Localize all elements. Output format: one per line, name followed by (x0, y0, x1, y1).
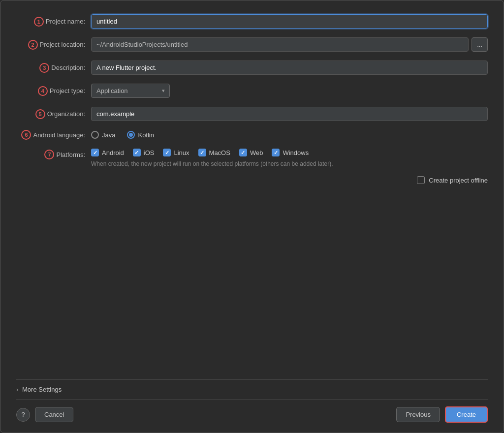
platform-ios-label: iOS (144, 149, 155, 156)
platform-ios[interactable]: iOS (133, 149, 155, 156)
platform-android[interactable]: Android (91, 149, 124, 156)
project-location-label-group: 2 Project location: (16, 40, 85, 50)
project-name-label-group: 1 Project name: (16, 17, 85, 27)
project-name-label: Project name: (46, 18, 85, 25)
step-badge-1: 1 (34, 17, 44, 27)
project-type-dropdown-wrapper: Application Plugin Package Module ▾ (91, 84, 170, 98)
radio-java[interactable]: Java (91, 131, 115, 139)
location-wrapper: ... (91, 37, 488, 52)
checkbox-ios (133, 149, 141, 156)
checkbox-windows (272, 149, 280, 156)
form-section: 1 Project name: 2 Project location: ... … (16, 14, 488, 282)
platform-macos-label: MacOS (209, 149, 230, 156)
platform-android-label: Android (102, 149, 124, 156)
project-name-input[interactable] (91, 14, 488, 29)
platform-web[interactable]: Web (239, 149, 263, 156)
android-language-radio-group: Java Kotlin (91, 131, 488, 139)
create-button[interactable]: Create (445, 406, 488, 423)
platform-linux[interactable]: Linux (163, 149, 189, 156)
platform-web-label: Web (250, 149, 263, 156)
step-badge-3: 3 (39, 63, 49, 73)
radio-kotlin[interactable]: Kotlin (127, 131, 154, 139)
footer-left: ? Cancel (16, 407, 73, 422)
step-badge-4: 4 (38, 86, 48, 96)
description-label: Description: (51, 64, 85, 71)
platform-macos[interactable]: MacOS (198, 149, 230, 156)
checkbox-android (91, 149, 99, 156)
description-input[interactable] (91, 61, 488, 75)
project-name-row: 1 Project name: (16, 14, 488, 29)
android-language-label-group: 6 Android language: (16, 130, 85, 140)
project-location-row: 2 Project location: ... (16, 37, 488, 52)
cancel-button[interactable]: Cancel (35, 407, 73, 422)
step-badge-5: 5 (35, 109, 45, 119)
new-project-dialog: 1 Project name: 2 Project location: ... … (0, 0, 504, 433)
platforms-label: Platforms: (56, 151, 85, 158)
project-type-select[interactable]: Application Plugin Package Module (91, 84, 170, 98)
radio-kotlin-label: Kotlin (138, 131, 154, 139)
more-settings-label: More Settings (22, 386, 62, 393)
radio-java-label: Java (102, 131, 115, 139)
platform-windows-label: Windows (283, 149, 309, 156)
step-badge-2: 2 (28, 40, 38, 50)
android-language-row: 6 Android language: Java Kotlin (16, 130, 488, 140)
offline-row: Create project offline (16, 176, 488, 184)
project-type-row: 4 Project type: Application Plugin Packa… (16, 84, 488, 98)
platform-windows[interactable]: Windows (272, 149, 309, 156)
more-settings-row[interactable]: › More Settings (16, 379, 488, 399)
description-label-group: 3 Description: (16, 63, 85, 73)
platforms-row: 7 Platforms: Android iOS Linux (16, 149, 488, 167)
project-type-label-group: 4 Project type: (16, 86, 85, 96)
platform-linux-label: Linux (174, 149, 189, 156)
dialog-footer: ? Cancel Previous Create (16, 399, 488, 423)
offline-checkbox[interactable] (417, 176, 425, 184)
more-settings-chevron-icon: › (16, 386, 18, 393)
platform-checkboxes: Android iOS Linux MacOS (91, 149, 488, 156)
step-badge-6: 6 (21, 130, 31, 140)
browse-button[interactable]: ... (472, 37, 488, 52)
organization-input[interactable] (91, 107, 488, 121)
android-language-label: Android language: (33, 131, 85, 139)
checkbox-linux (163, 149, 171, 156)
radio-java-circle (91, 131, 99, 139)
offline-label: Create project offline (429, 177, 488, 184)
help-button[interactable]: ? (16, 408, 30, 422)
radio-kotlin-circle (127, 131, 135, 139)
organization-label-group: 5 Organization: (16, 109, 85, 119)
project-location-input[interactable] (91, 37, 469, 52)
checkbox-macos (198, 149, 206, 156)
organization-row: 5 Organization: (16, 107, 488, 121)
platform-hint: When created, the new project will run o… (91, 160, 488, 167)
footer-right: Previous Create (396, 406, 488, 423)
spacer (16, 282, 488, 380)
organization-label: Organization: (47, 110, 85, 118)
description-row: 3 Description: (16, 61, 488, 75)
platforms-wrapper: Android iOS Linux MacOS (91, 149, 488, 167)
platforms-label-group: 7 Platforms: (16, 150, 85, 159)
checkbox-web (239, 149, 247, 156)
previous-button[interactable]: Previous (396, 407, 440, 422)
project-location-label: Project location: (40, 41, 86, 48)
project-type-label: Project type: (50, 87, 85, 94)
step-badge-7: 7 (44, 150, 54, 159)
